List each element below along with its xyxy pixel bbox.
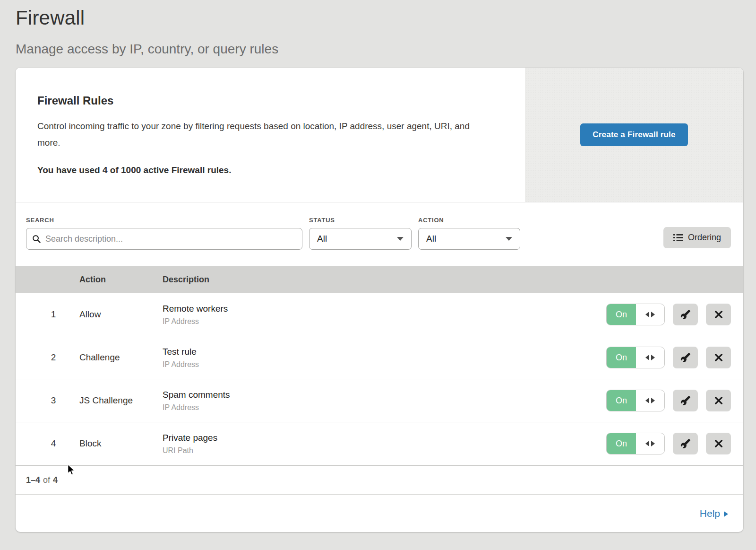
- edit-rule-button[interactable]: [673, 433, 698, 454]
- edit-rule-button[interactable]: [673, 390, 698, 411]
- search-filter: SEARCH: [26, 217, 302, 250]
- column-header-description: Description: [163, 275, 731, 285]
- toggle-arrows-icon: [636, 347, 664, 368]
- toggle-arrows-icon: [636, 433, 664, 454]
- firewall-rules-summary: Firewall Rules Control incoming traffic …: [16, 68, 743, 202]
- rule-field: IP Address: [163, 317, 606, 326]
- pagination-range: 1–4: [26, 475, 40, 485]
- x-icon: [713, 438, 724, 449]
- delete-rule-button[interactable]: [706, 433, 731, 454]
- delete-rule-button[interactable]: [706, 304, 731, 325]
- action-select[interactable]: All: [418, 228, 520, 250]
- pagination-of-label: of: [43, 475, 50, 485]
- status-label: STATUS: [309, 217, 412, 224]
- edit-rule-button[interactable]: [673, 347, 698, 368]
- chevron-down-icon: [506, 237, 512, 241]
- table-row: 1 Allow Remote workers IP Address On: [16, 293, 743, 336]
- rule-status-toggle[interactable]: On: [606, 390, 665, 411]
- rule-description-cell: Test rule IP Address: [163, 347, 606, 369]
- toggle-on-label: On: [607, 304, 636, 325]
- firewall-rules-card: Firewall Rules Control incoming traffic …: [16, 68, 743, 532]
- x-icon: [713, 352, 724, 363]
- rule-action: Block: [79, 438, 163, 449]
- rule-action: Allow: [79, 309, 163, 320]
- rule-description-cell: Spam comments IP Address: [163, 390, 606, 412]
- toggle-on-label: On: [607, 347, 636, 368]
- status-select-value: All: [317, 234, 327, 244]
- wrench-icon: [680, 309, 691, 320]
- page-title: Firewall: [16, 7, 737, 29]
- search-input[interactable]: [45, 234, 296, 244]
- edit-rule-button[interactable]: [673, 304, 698, 325]
- rule-field: IP Address: [163, 403, 606, 412]
- chevron-down-icon: [397, 237, 404, 241]
- card-footer: Help: [16, 494, 743, 532]
- action-label: ACTION: [418, 217, 520, 224]
- rule-priority: 4: [27, 438, 79, 449]
- delete-rule-button[interactable]: [706, 347, 731, 368]
- delete-rule-button[interactable]: [706, 390, 731, 411]
- help-link[interactable]: Help: [700, 508, 728, 519]
- rule-description: Spam comments: [163, 390, 606, 400]
- wrench-icon: [680, 352, 691, 363]
- search-input-wrap: [26, 228, 302, 250]
- rule-status-toggle[interactable]: On: [606, 304, 665, 325]
- search-label: SEARCH: [26, 217, 302, 224]
- ordering-button[interactable]: Ordering: [663, 227, 731, 248]
- rule-action: Challenge: [79, 352, 163, 363]
- create-rule-panel: Create a Firewall rule: [525, 68, 743, 202]
- card-description: Control incoming traffic to your zone by…: [37, 118, 486, 151]
- rule-controls: On: [606, 304, 731, 325]
- rule-description-cell: Remote workers IP Address: [163, 304, 606, 326]
- filters-bar: SEARCH STATUS All ACTION All: [16, 202, 743, 266]
- rule-controls: On: [606, 390, 731, 411]
- list-icon: [673, 234, 683, 242]
- rule-description: Test rule: [163, 347, 606, 357]
- page-subtitle: Manage access by IP, country, or query r…: [16, 42, 737, 57]
- column-header-action: Action: [79, 275, 163, 285]
- wrench-icon: [680, 438, 691, 449]
- table-row: 2 Challenge Test rule IP Address On: [16, 336, 743, 379]
- rule-action: JS Challenge: [79, 395, 163, 406]
- rule-status-toggle[interactable]: On: [606, 347, 665, 368]
- table-row: 4 Block Private pages URI Path On: [16, 422, 743, 465]
- arrow-right-icon: [724, 511, 728, 517]
- table-row: 3 JS Challenge Spam comments IP Address …: [16, 379, 743, 422]
- rule-priority: 2: [27, 352, 79, 363]
- table-header: Action Description: [16, 266, 743, 293]
- wrench-icon: [680, 395, 691, 406]
- action-filter: ACTION All: [412, 217, 520, 250]
- rule-field: IP Address: [163, 360, 606, 369]
- rule-priority: 3: [27, 395, 79, 406]
- toggle-arrows-icon: [636, 304, 664, 325]
- page-header: Firewall Manage access by IP, country, o…: [0, 0, 756, 57]
- card-title: Firewall Rules: [37, 94, 497, 107]
- rule-description: Remote workers: [163, 304, 606, 314]
- create-firewall-rule-button[interactable]: Create a Firewall rule: [580, 123, 687, 146]
- usage-note: You have used 4 of 1000 active Firewall …: [37, 165, 497, 175]
- rule-controls: On: [606, 433, 731, 454]
- rule-description-cell: Private pages URI Path: [163, 433, 606, 455]
- action-select-value: All: [426, 234, 436, 244]
- toggle-on-label: On: [607, 433, 636, 454]
- rule-field: URI Path: [163, 446, 606, 455]
- search-icon: [32, 235, 41, 244]
- pagination-total: 4: [53, 475, 58, 485]
- toggle-arrows-icon: [636, 390, 664, 411]
- x-icon: [713, 309, 724, 320]
- rule-description: Private pages: [163, 433, 606, 443]
- rule-priority: 1: [27, 309, 79, 320]
- x-icon: [713, 395, 724, 406]
- status-select[interactable]: All: [309, 228, 412, 250]
- rule-controls: On: [606, 347, 731, 368]
- pagination: 1–4 of 4: [16, 465, 743, 494]
- toggle-on-label: On: [607, 390, 636, 411]
- help-link-label: Help: [700, 508, 720, 519]
- summary-text-panel: Firewall Rules Control incoming traffic …: [16, 68, 525, 202]
- ordering-button-label: Ordering: [688, 233, 721, 243]
- rule-status-toggle[interactable]: On: [606, 433, 665, 454]
- status-filter: STATUS All: [302, 217, 412, 250]
